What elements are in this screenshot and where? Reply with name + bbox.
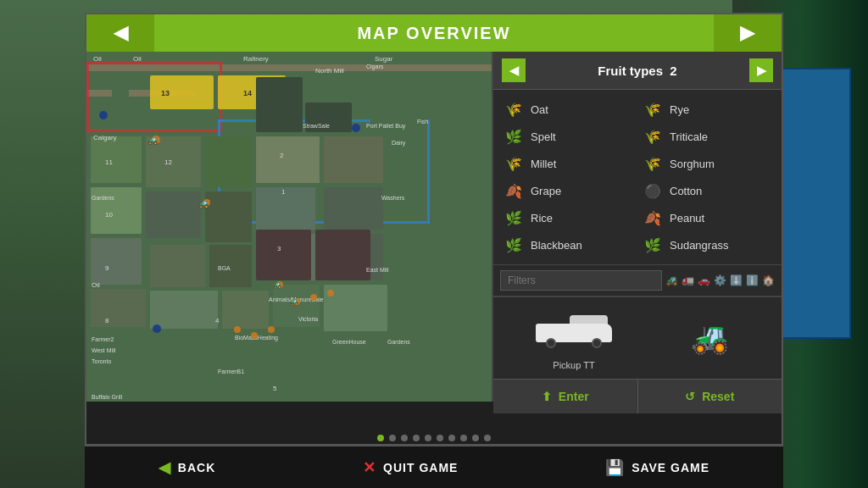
blackbean-icon: 🌿 bbox=[504, 235, 524, 255]
dot-8 bbox=[460, 435, 467, 441]
svg-text:Gardens: Gardens bbox=[387, 339, 410, 345]
spelt-label: Spelt bbox=[531, 130, 556, 143]
background-building bbox=[775, 68, 851, 339]
sorghum-icon: 🌾 bbox=[643, 153, 663, 174]
bottom-bar: ◀ BACK ✕ QUIT GAME 💾 SAVE GAME bbox=[85, 446, 783, 488]
svg-text:Calgary: Calgary bbox=[93, 134, 117, 141]
millet-label: Millet bbox=[531, 158, 556, 170]
svg-text:12: 12 bbox=[164, 158, 172, 166]
svg-text:4: 4 bbox=[215, 317, 220, 324]
dot-3 bbox=[401, 435, 408, 441]
svg-text:BGA: BGA bbox=[218, 265, 231, 271]
rye-icon: 🌾 bbox=[643, 99, 663, 119]
fruit-item-cotton[interactable]: ⚫ Cotton bbox=[639, 178, 775, 203]
fruit-next-button[interactable]: ▶ bbox=[749, 58, 773, 82]
triticale-icon: 🌾 bbox=[643, 126, 663, 147]
svg-text:13: 13 bbox=[161, 89, 170, 97]
blackbean-label: Blackbean bbox=[531, 239, 582, 252]
fruit-list: 🌾 Oat 🌿 Spelt 🌾 Millet 🍂 Grape bbox=[493, 90, 782, 264]
page-dots bbox=[85, 435, 783, 441]
svg-text:North Mill: North Mill bbox=[315, 67, 344, 75]
enter-button[interactable]: ⬆ Enter bbox=[493, 380, 638, 413]
fruit-left-column: 🌾 Oat 🌿 Spelt 🌾 Millet 🍂 Grape bbox=[500, 97, 636, 258]
fruit-item-triticale[interactable]: 🌾 Triticale bbox=[639, 124, 775, 149]
filter-home-icon[interactable]: 🏠 bbox=[762, 274, 775, 286]
svg-rect-26 bbox=[150, 245, 205, 287]
reset-button[interactable]: ↺ Reset bbox=[638, 380, 782, 413]
svg-rect-34 bbox=[256, 77, 303, 132]
fruit-prev-button[interactable]: ◀ bbox=[502, 58, 526, 82]
svg-text:11: 11 bbox=[105, 158, 113, 166]
rice-icon: 🌿 bbox=[504, 208, 524, 228]
fruit-item-oat[interactable]: 🌾 Oat bbox=[500, 97, 636, 122]
vehicle-pickup-item: Pickup TT bbox=[531, 306, 616, 370]
triticale-label: Triticale bbox=[670, 130, 708, 143]
vehicle-preview: Pickup TT 🚜 bbox=[493, 297, 782, 379]
fruit-item-rye[interactable]: 🌾 Rye bbox=[639, 97, 775, 122]
filter-car-icon[interactable]: 🚗 bbox=[698, 274, 710, 286]
prev-map-button[interactable]: ◀ bbox=[86, 14, 154, 52]
peanut-icon: 🍂 bbox=[643, 208, 663, 228]
quit-button[interactable]: ✕ QUIT GAME bbox=[363, 458, 458, 477]
fruit-item-rice[interactable]: 🌿 Rice bbox=[500, 205, 636, 230]
cotton-label: Cotton bbox=[670, 185, 702, 197]
fruit-item-blackbean[interactable]: 🌿 Blackbean bbox=[500, 232, 636, 258]
sudangrass-label: Sudangrass bbox=[670, 239, 728, 252]
oat-icon: 🌾 bbox=[504, 99, 524, 119]
right-panel: ◀ Fruit types 2 ▶ 🌾 Oat 🌿 Spel bbox=[493, 52, 782, 402]
filter-download-icon[interactable]: ⬇️ bbox=[730, 274, 743, 286]
save-button[interactable]: 💾 SAVE GAME bbox=[605, 458, 709, 477]
svg-text:Sugar: Sugar bbox=[375, 55, 393, 63]
back-button[interactable]: ◀ BACK bbox=[159, 458, 215, 477]
vehicle-pickup-icon-area bbox=[531, 306, 616, 357]
vehicle-pickup-name: Pickup TT bbox=[553, 360, 594, 370]
dot-2 bbox=[389, 435, 396, 441]
svg-text:FarmerB1: FarmerB1 bbox=[218, 369, 244, 374]
fruit-item-peanut[interactable]: 🍂 Peanut bbox=[639, 205, 775, 230]
filter-input[interactable] bbox=[500, 270, 662, 291]
svg-rect-23 bbox=[256, 187, 315, 230]
svg-text:Oil: Oil bbox=[93, 55, 102, 63]
oat-label: Oat bbox=[531, 103, 548, 116]
fruit-item-grape[interactable]: 🍂 Grape bbox=[500, 178, 636, 203]
fruit-item-sudangrass[interactable]: 🌿 Sudangrass bbox=[639, 232, 775, 258]
dot-7 bbox=[448, 435, 455, 441]
fruit-item-millet[interactable]: 🌾 Millet bbox=[500, 151, 636, 176]
svg-text:Toronto: Toronto bbox=[92, 358, 111, 364]
svg-text:5: 5 bbox=[273, 385, 277, 392]
svg-text:Oil: Oil bbox=[133, 55, 142, 63]
back-label: BACK bbox=[178, 461, 215, 474]
fruit-item-spelt[interactable]: 🌿 Spelt bbox=[500, 124, 636, 149]
millet-icon: 🌾 bbox=[504, 153, 524, 174]
svg-rect-2 bbox=[86, 90, 112, 97]
sudangrass-icon: 🌿 bbox=[643, 235, 663, 255]
svg-rect-1 bbox=[86, 64, 492, 71]
svg-text:🚜: 🚜 bbox=[147, 135, 159, 146]
svg-rect-17 bbox=[205, 136, 252, 187]
svg-rect-14 bbox=[91, 136, 142, 183]
filter-gear-icon[interactable]: ⚙️ bbox=[714, 274, 726, 286]
svg-text:🚜: 🚜 bbox=[273, 280, 281, 289]
next-map-button[interactable]: ▶ bbox=[714, 14, 782, 52]
vehicle-harvester-icon: 🚜 bbox=[676, 317, 743, 359]
svg-rect-30 bbox=[150, 291, 218, 329]
svg-rect-5 bbox=[86, 62, 89, 130]
save-icon: 💾 bbox=[605, 458, 625, 477]
svg-rect-31 bbox=[222, 291, 269, 329]
fruit-header: ◀ Fruit types 2 ▶ bbox=[493, 52, 782, 90]
fruit-item-sorghum[interactable]: 🌾 Sorghum bbox=[639, 151, 775, 176]
enter-icon: ⬆ bbox=[542, 390, 552, 403]
svg-rect-18 bbox=[91, 238, 142, 285]
filter-tractor-icon[interactable]: 🚜 bbox=[665, 274, 678, 286]
content-area: Oil Oil Rafinery North Mill Sugar Calgar… bbox=[86, 52, 782, 402]
map-svg: Oil Oil Rafinery North Mill Sugar Calgar… bbox=[86, 52, 492, 402]
svg-rect-36 bbox=[256, 230, 311, 280]
fruit-title: Fruit types 2 bbox=[598, 64, 676, 78]
filter-info-icon[interactable]: ℹ️ bbox=[746, 274, 759, 286]
svg-text:Buffalo Grill: Buffalo Grill bbox=[92, 394, 122, 400]
svg-text:Gardens: Gardens bbox=[92, 195, 114, 201]
svg-text:9: 9 bbox=[105, 264, 109, 272]
svg-text:14: 14 bbox=[243, 89, 252, 97]
spelt-icon: 🌿 bbox=[504, 126, 524, 147]
filter-truck-icon[interactable]: 🚛 bbox=[682, 274, 694, 286]
